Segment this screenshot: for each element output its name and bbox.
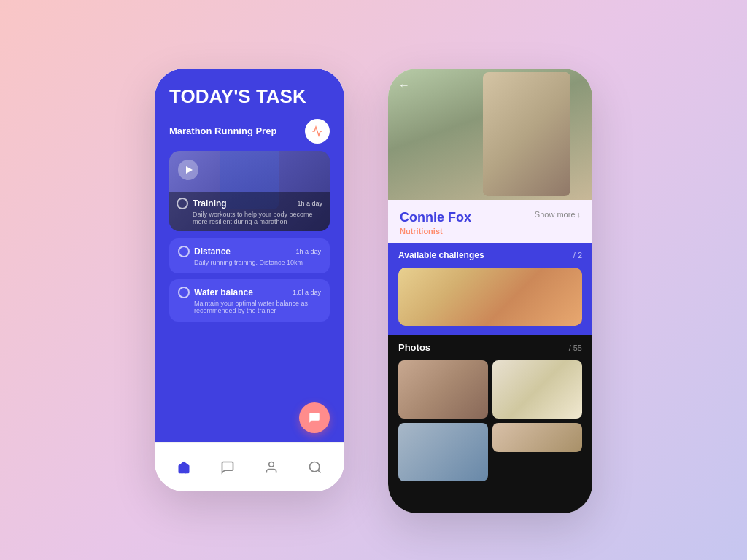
challenges-count: / 2 (573, 251, 582, 260)
profile-name: Connie Fox (400, 210, 471, 225)
play-button[interactable] (178, 160, 198, 180)
back-button[interactable]: ← (398, 79, 410, 92)
phone1-main: TODAY'S TASK Marathon Running Prep Train… (155, 69, 344, 442)
photos-title: Photos (398, 342, 430, 353)
nav-chat[interactable] (219, 459, 236, 476)
challenges-header: Available challenges / 2 (398, 250, 582, 260)
photo-1[interactable] (398, 360, 488, 419)
nav-home[interactable] (175, 459, 193, 476)
svg-point-0 (269, 462, 274, 467)
task-description: Daily workouts to help your body become … (177, 211, 322, 225)
profile-hero: ← (388, 69, 592, 200)
photo-3[interactable] (398, 423, 488, 481)
svg-line-2 (318, 470, 321, 472)
task-time: 1.8l a day (293, 289, 321, 296)
today-task-title: TODAY'S TASK (169, 86, 330, 107)
marathon-header: Marathon Running Prep (169, 119, 330, 144)
task-name: Distance (194, 246, 231, 257)
challenge-image[interactable] (398, 268, 582, 326)
photos-header: Photos / 55 (398, 342, 582, 353)
profile-role: Nutritionist (400, 227, 471, 236)
task-checkbox[interactable] (178, 246, 190, 257)
nav-profile[interactable] (263, 459, 280, 476)
show-more-button[interactable]: Show more ↓ (535, 210, 581, 219)
challenges-section: Available challenges / 2 (388, 243, 592, 335)
training-video-card[interactable]: Training 1h a day Daily workouts to help… (169, 151, 330, 231)
challenges-title: Available challenges (398, 250, 484, 260)
phone-2: ← Connie Fox Nutritionist Show more ↓ Av… (388, 69, 592, 513)
nav-search[interactable] (306, 459, 324, 476)
food-image (398, 268, 582, 326)
hero-background (388, 69, 592, 200)
task-checkbox[interactable] (177, 198, 188, 209)
phone-1: TODAY'S TASK Marathon Running Prep Train… (155, 69, 344, 491)
task-checkbox[interactable] (178, 287, 190, 298)
water-card[interactable]: Water balance 1.8l a day Maintain your o… (169, 279, 330, 322)
fab-button[interactable] (299, 402, 330, 433)
marathon-title: Marathon Running Prep (169, 125, 276, 136)
task-description: Daily running training. Distance 10km (178, 259, 321, 266)
profile-photo (483, 72, 570, 196)
photos-grid (398, 360, 582, 481)
person-image (483, 72, 570, 196)
photos-count: / 55 (569, 343, 582, 352)
bottom-nav (155, 442, 344, 491)
task-time: 1h a day (297, 200, 322, 207)
stats-button[interactable] (305, 119, 330, 144)
task-description: Maintain your optimal water balance as r… (178, 300, 321, 314)
task-name: Water balance (194, 287, 253, 298)
photos-section: Photos / 55 (388, 335, 592, 513)
svg-point-1 (310, 462, 320, 471)
profile-section: Connie Fox Nutritionist Show more ↓ (388, 200, 592, 243)
task-time: 1h a day (295, 248, 321, 255)
photo-2[interactable] (492, 360, 582, 419)
task-name: Training (193, 198, 227, 209)
training-info: Training 1h a day Daily workouts to help… (169, 192, 330, 231)
distance-card[interactable]: Distance 1h a day Daily running training… (169, 238, 330, 273)
photo-4[interactable] (492, 423, 582, 452)
